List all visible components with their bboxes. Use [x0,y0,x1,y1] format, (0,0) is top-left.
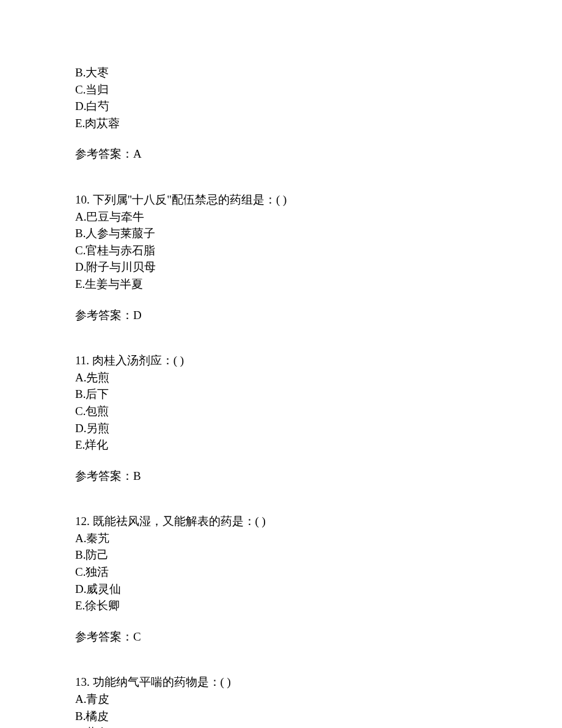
question-9-partial: B.大枣 C.当归 D.白芍 E.肉苁蓉 参考答案：A [75,65,562,163]
option-b: B.防己 [75,547,562,564]
option-e: E.烊化 [75,437,562,454]
question-stem: 11. 肉桂入汤剂应：( ) [75,353,562,369]
answer-text: 参考答案：D [75,307,562,324]
option-a: A.秦艽 [75,531,562,547]
option-b: B.大枣 [75,65,562,81]
option-b: B.人参与莱菔子 [75,226,562,242]
question-stem: 12. 既能祛风湿，又能解表的药是：( ) [75,513,562,530]
option-a: A.先煎 [75,370,562,386]
question-stem: 10. 下列属"十八反"配伍禁忌的药组是：( ) [75,192,562,208]
option-e: E.肉苁蓉 [75,116,562,132]
option-b: B.橘皮 [75,708,562,725]
option-c: C.当归 [75,82,562,98]
answer-text: 参考答案：A [75,146,562,163]
option-d: D.威灵仙 [75,581,562,598]
answer-text: 参考答案：C [75,629,562,645]
option-d: D.附子与川贝母 [75,259,562,276]
option-e: E.徐长卿 [75,598,562,614]
option-d: D.另煎 [75,421,562,437]
option-c: C.薤白 [75,725,562,728]
option-a: A.巴豆与牵牛 [75,209,562,226]
answer-text: 参考答案：B [75,468,562,485]
option-e: E.生姜与半夏 [75,276,562,293]
option-b: B.后下 [75,386,562,403]
question-13: 13. 功能纳气平喘的药物是：( ) A.青皮 B.橘皮 C.薤白 [75,674,562,728]
option-d: D.白芍 [75,98,562,115]
question-stem: 13. 功能纳气平喘的药物是：( ) [75,674,562,691]
option-c: C.独活 [75,564,562,581]
question-12: 12. 既能祛风湿，又能解表的药是：( ) A.秦艽 B.防己 C.独活 D.威… [75,513,562,645]
option-a: A.青皮 [75,691,562,708]
question-11: 11. 肉桂入汤剂应：( ) A.先煎 B.后下 C.包煎 D.另煎 E.烊化 … [75,353,562,484]
option-c: C.包煎 [75,403,562,420]
question-10: 10. 下列属"十八反"配伍禁忌的药组是：( ) A.巴豆与牵牛 B.人参与莱菔… [75,192,562,323]
option-c: C.官桂与赤石脂 [75,243,562,259]
